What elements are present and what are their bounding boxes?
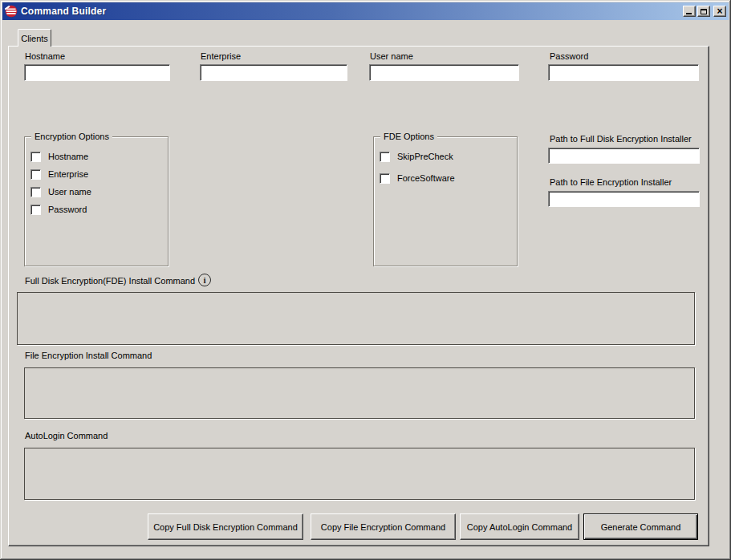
file-installer-path-input[interactable]	[548, 191, 700, 207]
fde-installer-path-label: Path to Full Disk Encryption Installer	[550, 134, 692, 144]
window-controls: ×	[683, 6, 726, 17]
checkbox-row: ForceSoftware	[380, 173, 455, 184]
encryption-options-group: Encryption Options Hostname Enterprise U…	[24, 136, 169, 266]
enterprise-label: Enterprise	[201, 51, 241, 62]
username-input[interactable]	[369, 64, 519, 81]
autologin-command-output[interactable]	[24, 448, 695, 500]
tab-clients[interactable]: Clients	[18, 29, 51, 47]
file-command-output[interactable]	[24, 367, 695, 419]
titlebar: Command Builder ×	[2, 2, 729, 20]
checkbox-enc-username[interactable]	[30, 187, 41, 197]
checkbox-enc-password[interactable]	[30, 205, 41, 215]
info-icon[interactable]: i	[198, 274, 211, 286]
maximize-icon	[701, 9, 707, 14]
fde-command-output[interactable]	[17, 292, 695, 345]
checkbox-enc-enterprise[interactable]	[30, 169, 41, 180]
fde-options-legend: FDE Options	[380, 132, 437, 142]
password-input[interactable]	[548, 64, 699, 81]
fde-command-label: Full Disk Encryption(FDE) Install Comman…	[25, 276, 195, 286]
autologin-command-label: AutoLogin Command	[25, 431, 108, 441]
encryption-options-legend: Encryption Options	[31, 132, 112, 142]
tab-clients-label: Clients	[21, 34, 48, 43]
copy-autologin-command-button[interactable]: Copy AutoLogin Command	[460, 513, 579, 540]
file-installer-path-label: Path to File Encryption Installer	[550, 177, 672, 188]
hostname-label: Hostname	[25, 51, 65, 62]
hostname-input[interactable]	[24, 64, 170, 81]
password-label: Password	[550, 51, 588, 62]
checkbox-row: Hostname	[30, 152, 88, 162]
fde-options-group: FDE Options SkipPreCheck ForceSoftware	[373, 136, 518, 266]
username-label: User name	[370, 51, 413, 62]
checkbox-row: Password	[30, 205, 87, 215]
enterprise-input[interactable]	[200, 64, 347, 81]
checkbox-row: Enterprise	[30, 169, 88, 180]
file-command-label: File Encryption Install Command	[25, 351, 152, 361]
checkbox-skipprecheck[interactable]	[380, 152, 390, 162]
checkbox-forcesoftware-label: ForceSoftware	[397, 173, 455, 184]
minimize-button[interactable]	[683, 6, 696, 17]
close-icon: ×	[717, 7, 722, 15]
close-button[interactable]: ×	[713, 6, 726, 17]
maximize-button[interactable]	[697, 6, 710, 17]
checkbox-enc-hostname-label: Hostname	[48, 152, 88, 162]
command-builder-window: Command Builder × Clients Hostname Enter…	[0, 0, 731, 560]
checkbox-forcesoftware[interactable]	[380, 173, 390, 184]
app-logo-icon	[5, 5, 18, 18]
window-title: Command Builder	[21, 6, 683, 17]
checkbox-enc-hostname[interactable]	[30, 152, 41, 162]
checkbox-row: SkipPreCheck	[380, 152, 453, 162]
copy-fde-command-button[interactable]: Copy Full Disk Encryption Command	[148, 513, 303, 540]
minimize-icon	[686, 13, 692, 14]
checkbox-enc-password-label: Password	[48, 205, 87, 215]
checkbox-skipprecheck-label: SkipPreCheck	[397, 152, 453, 162]
copy-file-command-button[interactable]: Copy File Encryption Command	[311, 513, 456, 540]
info-icon-glyph: i	[203, 275, 205, 285]
generate-command-button[interactable]: Generate Command	[583, 513, 698, 540]
fde-installer-path-input[interactable]	[548, 148, 700, 164]
checkbox-row: User name	[30, 187, 91, 197]
checkbox-enc-enterprise-label: Enterprise	[48, 169, 88, 180]
checkbox-enc-username-label: User name	[48, 187, 91, 197]
